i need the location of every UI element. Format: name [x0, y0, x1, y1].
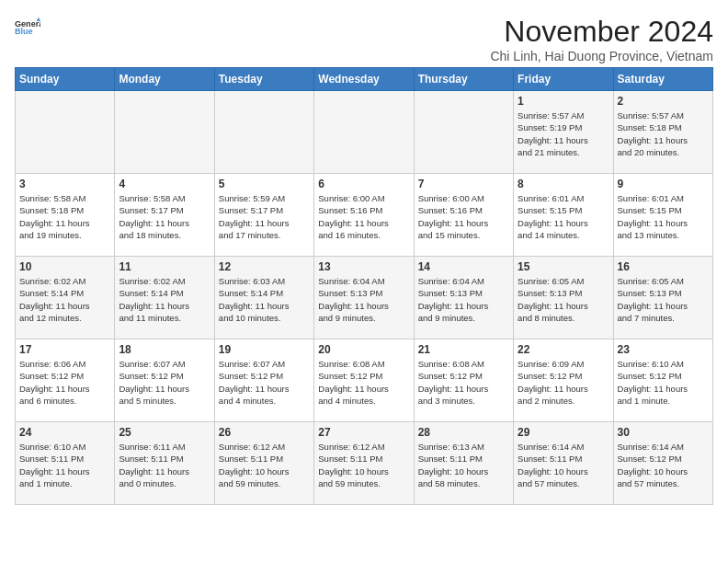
day-number: 29	[518, 426, 609, 439]
day-info: Sunrise: 5:58 AM Sunset: 5:18 PM Dayligh…	[19, 192, 110, 241]
day-number: 3	[19, 178, 110, 190]
weekday-header-monday: Monday	[115, 68, 214, 91]
calendar-cell	[214, 91, 313, 174]
weekday-header-row: SundayMondayTuesdayWednesdayThursdayFrid…	[16, 68, 713, 91]
calendar-cell	[16, 91, 115, 174]
day-info: Sunrise: 6:00 AM Sunset: 5:16 PM Dayligh…	[418, 192, 509, 241]
day-number: 12	[219, 260, 310, 273]
day-number: 11	[119, 260, 210, 273]
location: Chi Linh, Hai Duong Province, Vietnam	[490, 49, 713, 63]
day-info: Sunrise: 6:13 AM Sunset: 5:11 PM Dayligh…	[418, 441, 509, 489]
calendar-cell: 6Sunrise: 6:00 AM Sunset: 5:16 PM Daylig…	[314, 174, 414, 257]
day-info: Sunrise: 6:08 AM Sunset: 5:12 PM Dayligh…	[318, 358, 409, 407]
weekday-header-thursday: Thursday	[414, 68, 513, 91]
calendar-cell: 14Sunrise: 6:04 AM Sunset: 5:13 PM Dayli…	[414, 257, 513, 339]
day-info: Sunrise: 6:11 AM Sunset: 5:11 PM Dayligh…	[119, 441, 210, 489]
day-number: 10	[19, 260, 110, 273]
calendar-cell: 30Sunrise: 6:14 AM Sunset: 5:12 PM Dayli…	[613, 422, 712, 505]
day-info: Sunrise: 6:12 AM Sunset: 5:11 PM Dayligh…	[219, 441, 310, 489]
day-info: Sunrise: 6:01 AM Sunset: 5:15 PM Dayligh…	[618, 192, 709, 241]
day-number: 1	[518, 95, 609, 108]
calendar-cell: 20Sunrise: 6:08 AM Sunset: 5:12 PM Dayli…	[314, 339, 414, 422]
day-info: Sunrise: 6:10 AM Sunset: 5:12 PM Dayligh…	[618, 358, 709, 407]
calendar-cell: 3Sunrise: 5:58 AM Sunset: 5:18 PM Daylig…	[16, 174, 115, 257]
calendar-cell: 26Sunrise: 6:12 AM Sunset: 5:11 PM Dayli…	[214, 422, 313, 505]
logo-icon: General Blue	[15, 15, 40, 40]
day-number: 27	[318, 426, 409, 439]
calendar-cell: 11Sunrise: 6:02 AM Sunset: 5:14 PM Dayli…	[115, 257, 214, 339]
calendar-cell: 10Sunrise: 6:02 AM Sunset: 5:14 PM Dayli…	[16, 257, 115, 339]
weekday-header-tuesday: Tuesday	[214, 68, 313, 91]
calendar-cell: 17Sunrise: 6:06 AM Sunset: 5:12 PM Dayli…	[16, 339, 115, 422]
calendar-cell: 7Sunrise: 6:00 AM Sunset: 5:16 PM Daylig…	[414, 174, 513, 257]
calendar-cell: 18Sunrise: 6:07 AM Sunset: 5:12 PM Dayli…	[115, 339, 214, 422]
calendar-cell	[414, 91, 513, 174]
calendar-cell: 29Sunrise: 6:14 AM Sunset: 5:11 PM Dayli…	[514, 422, 613, 505]
calendar-cell: 28Sunrise: 6:13 AM Sunset: 5:11 PM Dayli…	[414, 422, 513, 505]
calendar-week-3: 10Sunrise: 6:02 AM Sunset: 5:14 PM Dayli…	[16, 257, 713, 339]
day-number: 2	[618, 95, 709, 108]
day-number: 9	[618, 178, 709, 190]
day-info: Sunrise: 6:08 AM Sunset: 5:12 PM Dayligh…	[418, 358, 509, 407]
logo: General Blue	[15, 15, 40, 40]
day-number: 19	[219, 343, 310, 356]
day-info: Sunrise: 6:14 AM Sunset: 5:12 PM Dayligh…	[618, 441, 709, 489]
day-number: 24	[19, 426, 110, 439]
day-number: 8	[518, 178, 609, 190]
day-number: 16	[618, 260, 709, 273]
weekday-header-wednesday: Wednesday	[314, 68, 414, 91]
calendar-week-4: 17Sunrise: 6:06 AM Sunset: 5:12 PM Dayli…	[16, 339, 713, 422]
day-info: Sunrise: 6:03 AM Sunset: 5:14 PM Dayligh…	[219, 275, 310, 324]
calendar-body: 1Sunrise: 5:57 AM Sunset: 5:19 PM Daylig…	[16, 91, 713, 505]
month-title: November 2024	[490, 15, 713, 49]
calendar-cell: 22Sunrise: 6:09 AM Sunset: 5:12 PM Dayli…	[514, 339, 613, 422]
day-number: 20	[318, 343, 409, 356]
day-number: 28	[418, 426, 509, 439]
day-info: Sunrise: 6:14 AM Sunset: 5:11 PM Dayligh…	[518, 441, 609, 489]
day-info: Sunrise: 6:02 AM Sunset: 5:14 PM Dayligh…	[19, 275, 110, 324]
day-number: 18	[119, 343, 210, 356]
day-number: 17	[19, 343, 110, 356]
day-info: Sunrise: 6:07 AM Sunset: 5:12 PM Dayligh…	[219, 358, 310, 407]
calendar-table: SundayMondayTuesdayWednesdayThursdayFrid…	[15, 67, 713, 505]
day-info: Sunrise: 6:10 AM Sunset: 5:11 PM Dayligh…	[19, 441, 110, 489]
day-info: Sunrise: 5:58 AM Sunset: 5:17 PM Dayligh…	[119, 192, 210, 241]
day-number: 25	[119, 426, 210, 439]
calendar-cell	[314, 91, 414, 174]
day-info: Sunrise: 6:05 AM Sunset: 5:13 PM Dayligh…	[518, 275, 609, 324]
day-info: Sunrise: 6:04 AM Sunset: 5:13 PM Dayligh…	[418, 275, 509, 324]
day-number: 30	[618, 426, 709, 439]
weekday-header-sunday: Sunday	[16, 68, 115, 91]
calendar-cell: 4Sunrise: 5:58 AM Sunset: 5:17 PM Daylig…	[115, 174, 214, 257]
calendar-cell: 1Sunrise: 5:57 AM Sunset: 5:19 PM Daylig…	[514, 91, 613, 174]
calendar-cell: 9Sunrise: 6:01 AM Sunset: 5:15 PM Daylig…	[613, 174, 712, 257]
calendar-cell: 5Sunrise: 5:59 AM Sunset: 5:17 PM Daylig…	[214, 174, 313, 257]
day-number: 4	[119, 178, 210, 190]
day-info: Sunrise: 6:06 AM Sunset: 5:12 PM Dayligh…	[19, 358, 110, 407]
weekday-header-friday: Friday	[514, 68, 613, 91]
day-number: 23	[618, 343, 709, 356]
calendar-cell: 15Sunrise: 6:05 AM Sunset: 5:13 PM Dayli…	[514, 257, 613, 339]
day-number: 26	[219, 426, 310, 439]
calendar-week-1: 1Sunrise: 5:57 AM Sunset: 5:19 PM Daylig…	[16, 91, 713, 174]
day-info: Sunrise: 6:05 AM Sunset: 5:13 PM Dayligh…	[618, 275, 709, 324]
day-number: 21	[418, 343, 509, 356]
calendar-week-5: 24Sunrise: 6:10 AM Sunset: 5:11 PM Dayli…	[16, 422, 713, 505]
day-info: Sunrise: 6:12 AM Sunset: 5:11 PM Dayligh…	[318, 441, 409, 489]
calendar-cell: 2Sunrise: 5:57 AM Sunset: 5:18 PM Daylig…	[613, 91, 712, 174]
day-number: 5	[219, 178, 310, 190]
day-number: 13	[318, 260, 409, 273]
calendar-cell: 21Sunrise: 6:08 AM Sunset: 5:12 PM Dayli…	[414, 339, 513, 422]
calendar-week-2: 3Sunrise: 5:58 AM Sunset: 5:18 PM Daylig…	[16, 174, 713, 257]
calendar-cell: 19Sunrise: 6:07 AM Sunset: 5:12 PM Dayli…	[214, 339, 313, 422]
day-number: 15	[518, 260, 609, 273]
calendar-cell: 8Sunrise: 6:01 AM Sunset: 5:15 PM Daylig…	[514, 174, 613, 257]
svg-text:Blue: Blue	[15, 27, 33, 36]
weekday-header-saturday: Saturday	[613, 68, 712, 91]
day-number: 14	[418, 260, 509, 273]
calendar-cell: 27Sunrise: 6:12 AM Sunset: 5:11 PM Dayli…	[314, 422, 414, 505]
day-number: 22	[518, 343, 609, 356]
day-info: Sunrise: 5:59 AM Sunset: 5:17 PM Dayligh…	[219, 192, 310, 241]
day-info: Sunrise: 6:01 AM Sunset: 5:15 PM Dayligh…	[518, 192, 609, 241]
day-info: Sunrise: 6:07 AM Sunset: 5:12 PM Dayligh…	[119, 358, 210, 407]
